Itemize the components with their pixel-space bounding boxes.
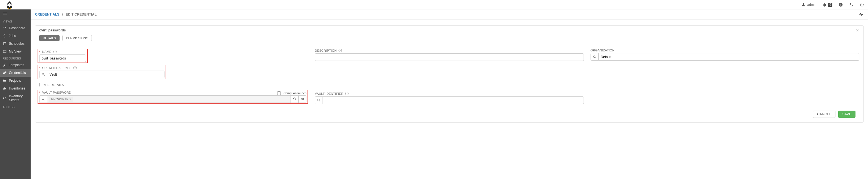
sidebar-item-myview[interactable]: My View bbox=[0, 47, 31, 55]
organization-input[interactable] bbox=[599, 53, 859, 60]
sidebar-item-jobs[interactable]: Jobs bbox=[0, 32, 31, 40]
svg-line-36 bbox=[44, 100, 44, 100]
eye-icon[interactable] bbox=[298, 96, 306, 103]
help-icon[interactable]: ? bbox=[345, 92, 349, 95]
svg-point-14 bbox=[4, 37, 5, 38]
vault-identifier-input[interactable] bbox=[323, 97, 583, 104]
svg-point-35 bbox=[42, 98, 44, 100]
svg-point-33 bbox=[42, 73, 44, 75]
svg-text:?: ? bbox=[74, 67, 75, 69]
svg-line-30 bbox=[595, 57, 596, 58]
save-button[interactable]: SAVE bbox=[838, 111, 856, 118]
sidebar-toggle[interactable] bbox=[0, 9, 31, 19]
breadcrumb-current: EDIT CREDENTIAL bbox=[66, 12, 97, 16]
credential-type-input[interactable] bbox=[47, 71, 164, 78]
revert-icon[interactable] bbox=[290, 96, 298, 103]
group-resources: RESOURCES bbox=[0, 55, 31, 61]
svg-rect-9 bbox=[840, 4, 841, 4]
app-logo bbox=[4, 0, 15, 9]
folder-icon bbox=[3, 79, 7, 82]
tab-details[interactable]: DETAILS bbox=[39, 35, 60, 41]
svg-rect-22 bbox=[3, 89, 4, 90]
svg-rect-24 bbox=[6, 89, 6, 90]
docs-icon[interactable] bbox=[849, 2, 854, 7]
prompt-on-launch-label: Prompt on launch bbox=[282, 92, 306, 95]
svg-point-13 bbox=[6, 37, 6, 37]
breadcrumb-separator: / bbox=[62, 12, 63, 16]
breadcrumb-root[interactable]: CREDENTIALS bbox=[35, 12, 60, 16]
svg-point-17 bbox=[4, 35, 4, 35]
sidebar-item-credentials[interactable]: Credentials bbox=[0, 69, 31, 77]
sidebar-item-schedules[interactable]: Schedules bbox=[0, 40, 31, 47]
svg-text:?: ? bbox=[340, 49, 341, 51]
svg-point-12 bbox=[6, 36, 6, 36]
sidebar-item-templates[interactable]: Templates bbox=[0, 61, 31, 69]
sidebar-item-dashboard[interactable]: Dashboard bbox=[0, 24, 31, 32]
user-icon bbox=[801, 2, 806, 7]
vault-pw-lookup-button[interactable] bbox=[39, 96, 47, 103]
info-icon[interactable] bbox=[838, 2, 843, 7]
credtype-lookup-button[interactable] bbox=[39, 71, 47, 78]
nav-label: Inventory Scripts bbox=[9, 94, 28, 102]
svg-point-16 bbox=[3, 36, 4, 36]
required-marker: * bbox=[39, 50, 41, 53]
activity-stream-icon[interactable] bbox=[859, 12, 864, 17]
description-input[interactable] bbox=[315, 53, 583, 61]
nav-label: My View bbox=[9, 49, 22, 53]
help-icon[interactable]: ? bbox=[53, 50, 57, 53]
prompt-on-launch[interactable]: Prompt on launch bbox=[277, 92, 306, 95]
notifications[interactable]: 0 bbox=[823, 2, 832, 7]
breadcrumb: CREDENTIALS / EDIT CREDENTIAL bbox=[35, 12, 97, 16]
bell-icon bbox=[823, 2, 827, 7]
group-views: VIEWS bbox=[0, 19, 31, 24]
svg-point-40 bbox=[317, 99, 319, 101]
required-marker: * bbox=[39, 91, 41, 94]
vault-password-label: VAULT PASSWORD bbox=[42, 91, 71, 94]
edit-panel: ovirt_passwords DETAILS PERMISSIONS * bbox=[35, 25, 864, 122]
svg-text:?: ? bbox=[346, 93, 347, 95]
nav-label: Templates bbox=[9, 63, 24, 67]
name-input[interactable] bbox=[39, 55, 86, 62]
required-marker: * bbox=[39, 66, 41, 70]
help-icon[interactable]: ? bbox=[338, 49, 342, 52]
svg-line-41 bbox=[319, 101, 320, 102]
nav-label: Projects bbox=[9, 79, 21, 82]
svg-rect-23 bbox=[4, 89, 5, 90]
nav-label: Dashboard bbox=[9, 26, 25, 30]
tabs: DETAILS PERMISSIONS bbox=[35, 32, 863, 45]
encrypted-indicator: ENCRYPTED bbox=[49, 97, 73, 102]
pencil-square-icon bbox=[3, 63, 7, 67]
sidebar: VIEWS Dashboard Jobs Schedules My View R… bbox=[0, 9, 31, 179]
code-icon bbox=[3, 96, 7, 100]
svg-point-37 bbox=[302, 99, 303, 100]
main-content: CREDENTIALS / EDIT CREDENTIAL ovirt_pass… bbox=[31, 9, 868, 179]
window-icon bbox=[3, 49, 7, 53]
group-access: ACCESS bbox=[0, 104, 31, 110]
user-menu[interactable]: admin bbox=[801, 2, 816, 7]
svg-rect-8 bbox=[840, 4, 841, 6]
sitemap-icon bbox=[3, 86, 7, 90]
nav-label: Credentials bbox=[9, 71, 26, 75]
sidebar-item-inventory-scripts[interactable]: Inventory Scripts bbox=[0, 92, 31, 104]
power-icon[interactable] bbox=[860, 2, 864, 7]
calendar-icon bbox=[3, 42, 7, 45]
nav-label: Jobs bbox=[9, 34, 16, 38]
vault-id-lookup-button[interactable] bbox=[315, 97, 323, 104]
svg-text:?: ? bbox=[54, 50, 55, 52]
type-details-heading: TYPE DETAILS bbox=[39, 83, 859, 86]
org-lookup-button[interactable] bbox=[591, 53, 599, 60]
panel-title: ovirt_passwords bbox=[39, 28, 66, 32]
sidebar-item-inventories[interactable]: Inventories bbox=[0, 84, 31, 92]
prompt-on-launch-checkbox[interactable] bbox=[277, 92, 281, 95]
panel-close-button[interactable] bbox=[856, 28, 859, 32]
tab-permissions[interactable]: PERMISSIONS bbox=[62, 35, 92, 41]
sidebar-item-projects[interactable]: Projects bbox=[0, 77, 31, 84]
svg-point-11 bbox=[6, 35, 6, 35]
svg-line-34 bbox=[44, 75, 44, 76]
cancel-button[interactable]: CANCEL bbox=[813, 111, 835, 118]
svg-point-20 bbox=[3, 73, 5, 74]
gauge-icon bbox=[3, 26, 7, 30]
help-icon[interactable]: ? bbox=[73, 66, 77, 70]
svg-point-15 bbox=[4, 37, 4, 37]
nav-label: Schedules bbox=[9, 42, 25, 45]
